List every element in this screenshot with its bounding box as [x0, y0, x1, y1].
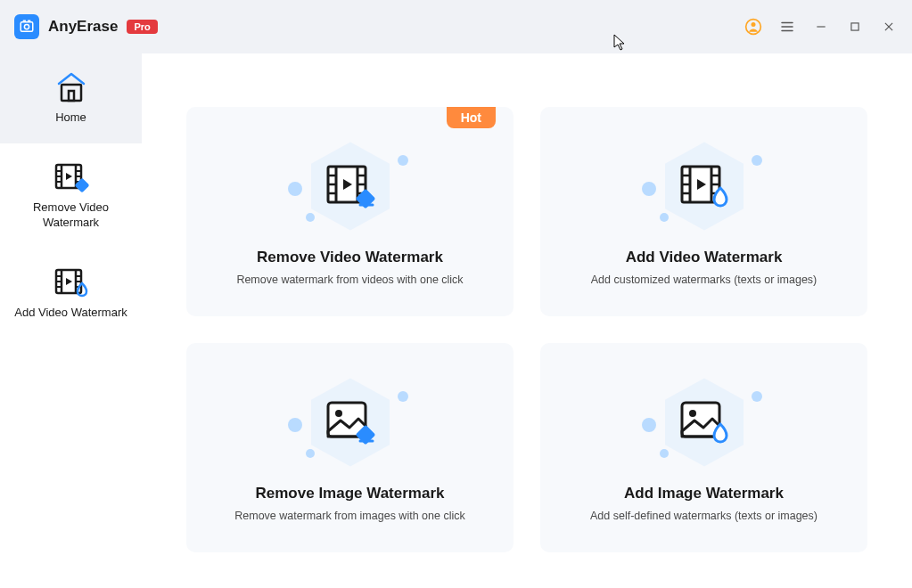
image-drop-icon: [678, 399, 730, 445]
sidebar-item-label: Home: [55, 110, 86, 126]
card-add-video-watermark[interactable]: Add Video Watermark Add customized water…: [540, 107, 867, 316]
decorative-dot: [398, 155, 408, 166]
card-desc: Remove watermark from videos with one cl…: [236, 274, 463, 286]
card-title: Remove Video Watermark: [257, 249, 443, 266]
card-title: Add Video Watermark: [626, 249, 783, 266]
sidebar-item-home[interactable]: Home: [0, 53, 142, 143]
video-drop-icon: [53, 266, 90, 298]
svg-rect-11: [62, 85, 81, 101]
sidebar-item-label: Add Video Watermark: [14, 306, 127, 321]
card-icon-wrap: [297, 137, 404, 235]
svg-rect-0: [21, 22, 33, 32]
app-logo-icon: [14, 14, 39, 39]
decorative-dot: [660, 449, 669, 458]
decorative-dot: [306, 449, 315, 458]
svg-rect-12: [69, 91, 74, 101]
card-icon-wrap: [651, 373, 758, 471]
hot-badge: Hot: [447, 107, 496, 128]
main-content: Hot: [142, 53, 912, 588]
video-erase-icon: [53, 161, 90, 193]
svg-point-61: [689, 410, 696, 417]
main-layout: Home Remove Video Watermark: [0, 53, 912, 588]
image-erase-icon: [325, 399, 376, 445]
video-erase-icon: [325, 163, 376, 209]
home-icon: [53, 71, 89, 103]
sidebar: Home Remove Video Watermark: [0, 53, 142, 588]
decorative-dot: [288, 182, 302, 196]
card-desc: Remove watermark from images with one cl…: [234, 510, 464, 522]
app-name: AnyErase: [48, 18, 118, 36]
decorative-dot: [660, 213, 669, 222]
decorative-dot: [398, 391, 408, 402]
svg-point-3: [752, 22, 756, 27]
svg-point-56: [335, 410, 342, 417]
decorative-dot: [752, 155, 762, 166]
decorative-dot: [752, 391, 762, 402]
svg-rect-8: [851, 23, 859, 30]
sidebar-item-add-video[interactable]: Add Video Watermark: [0, 249, 142, 339]
card-remove-video-watermark[interactable]: Hot: [186, 107, 514, 316]
decorative-dot: [288, 418, 302, 432]
menu-icon[interactable]: [778, 18, 796, 36]
card-desc: Add self-defined watermarks (texts or im…: [590, 510, 818, 522]
titlebar-right: [744, 18, 898, 36]
card-desc: Add customized watermarks (texts or imag…: [591, 274, 818, 286]
card-title: Remove Image Watermark: [256, 485, 445, 502]
maximize-icon[interactable]: [846, 18, 864, 36]
card-remove-image-watermark[interactable]: Remove Image Watermark Remove watermark …: [186, 343, 514, 552]
sidebar-item-remove-video[interactable]: Remove Video Watermark: [0, 143, 142, 249]
card-icon-wrap: [297, 373, 404, 471]
decorative-dot: [642, 182, 656, 196]
titlebar-left: AnyErase Pro: [14, 14, 158, 39]
close-icon[interactable]: [880, 18, 898, 36]
decorative-dot: [306, 213, 315, 222]
minimize-icon[interactable]: [812, 18, 830, 36]
titlebar: AnyErase Pro: [0, 0, 912, 53]
card-add-image-watermark[interactable]: Add Image Watermark Add self-defined wat…: [540, 343, 867, 552]
sidebar-item-label: Remove Video Watermark: [7, 200, 135, 231]
decorative-dot: [642, 418, 656, 432]
pro-badge: Pro: [127, 20, 157, 34]
card-title: Add Image Watermark: [624, 485, 784, 502]
video-drop-icon: [678, 163, 730, 209]
card-icon-wrap: [651, 137, 758, 235]
svg-point-1: [24, 24, 29, 29]
account-icon[interactable]: [744, 18, 762, 36]
